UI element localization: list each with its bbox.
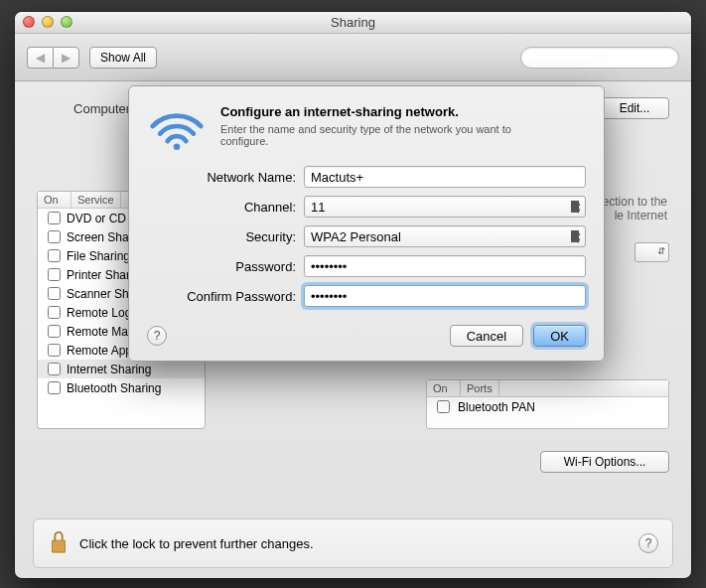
service-checkbox[interactable] (48, 344, 61, 357)
zoom-window-button[interactable] (61, 16, 72, 28)
confirm-password-label: Confirm Password: (147, 289, 296, 304)
channel-select[interactable]: 11 ▴▾ (304, 196, 586, 218)
toolbar-search[interactable] (520, 47, 679, 69)
service-checkbox[interactable] (48, 363, 61, 375)
sheet-title: Configure an internet-sharing network. (220, 104, 459, 119)
info-line1: ection to the (603, 195, 667, 209)
back-button[interactable]: ◀ (27, 47, 53, 69)
wifi-options-button[interactable]: Wi-Fi Options... (540, 451, 669, 473)
channel-value: 11 (311, 200, 325, 215)
sheet-help-button[interactable]: ? (147, 326, 167, 346)
network-name-input[interactable] (304, 166, 586, 188)
minimize-window-button[interactable] (42, 16, 54, 28)
sheet-subtitle: Enter the name and security type of the … (220, 123, 558, 147)
service-checkbox[interactable] (48, 325, 61, 338)
wifi-icon (147, 104, 207, 152)
ports-header-ports: Ports (461, 380, 499, 396)
share-connection-popup[interactable] (635, 242, 669, 262)
service-checkbox[interactable] (48, 306, 61, 319)
security-select[interactable]: WPA2 Personal ▴▾ (304, 225, 586, 247)
ports-row-checkbox[interactable] (437, 400, 450, 413)
traffic-lights (23, 16, 72, 28)
search-input[interactable] (533, 50, 686, 66)
ports-header-on: On (427, 380, 461, 396)
info-line2: le Internet (615, 209, 667, 222)
ports-table: On Ports Bluetooth PAN (426, 379, 669, 429)
nav-back-forward: ◀ ▶ (27, 47, 79, 69)
confirm-password-input[interactable] (304, 285, 586, 307)
service-checkbox[interactable] (48, 212, 61, 224)
service-checkbox[interactable] (48, 268, 61, 281)
services-header-on: On (38, 192, 71, 208)
lock-text: Click the lock to prevent further change… (79, 536, 314, 551)
lock-icon[interactable] (48, 528, 70, 559)
service-label: Internet Sharing (67, 363, 151, 376)
service-label: File Sharing (67, 249, 130, 263)
lock-bar: Click the lock to prevent further change… (33, 518, 673, 568)
security-label: Security: (147, 229, 296, 244)
cancel-button[interactable]: Cancel (450, 325, 523, 347)
help-button[interactable]: ? (638, 533, 658, 553)
service-checkbox[interactable] (48, 230, 61, 243)
svg-point-0 (174, 143, 181, 150)
ports-row-label: Bluetooth PAN (458, 400, 535, 414)
toolbar: ◀ ▶ Show All (15, 34, 691, 81)
service-row[interactable]: Bluetooth Sharing (38, 378, 205, 397)
ports-row[interactable]: Bluetooth PAN (427, 397, 668, 416)
services-header-service: Service (71, 192, 121, 208)
service-row[interactable]: Internet Sharing (38, 360, 205, 378)
edit-button[interactable]: Edit... (600, 97, 669, 119)
password-input[interactable] (304, 255, 586, 277)
preferences-window: Sharing ◀ ▶ Show All Computer Name: Edit… (15, 12, 691, 578)
updown-icon: ▴▾ (576, 228, 581, 244)
show-all-button[interactable]: Show All (89, 47, 157, 69)
password-label: Password: (147, 259, 296, 274)
ports-header: On Ports (427, 380, 668, 397)
back-icon: ◀ (36, 51, 45, 65)
sheet-footer: ? Cancel OK (147, 325, 586, 347)
channel-label: Channel: (147, 200, 296, 215)
service-checkbox[interactable] (48, 249, 61, 262)
configure-sheet: Configure an internet-sharing network. E… (128, 85, 605, 362)
forward-icon: ▶ (62, 51, 71, 65)
close-window-button[interactable] (23, 16, 35, 28)
service-label: Bluetooth Sharing (67, 381, 161, 395)
service-checkbox[interactable] (48, 381, 61, 394)
ok-button[interactable]: OK (533, 325, 586, 347)
sheet-header: Configure an internet-sharing network. E… (147, 104, 586, 152)
network-name-label: Network Name: (147, 170, 296, 185)
titlebar: Sharing (15, 12, 691, 34)
forward-button[interactable]: ▶ (53, 47, 79, 69)
window-title: Sharing (331, 15, 375, 30)
updown-icon: ▴▾ (576, 199, 581, 215)
security-value: WPA2 Personal (311, 229, 401, 244)
service-checkbox[interactable] (48, 287, 61, 300)
